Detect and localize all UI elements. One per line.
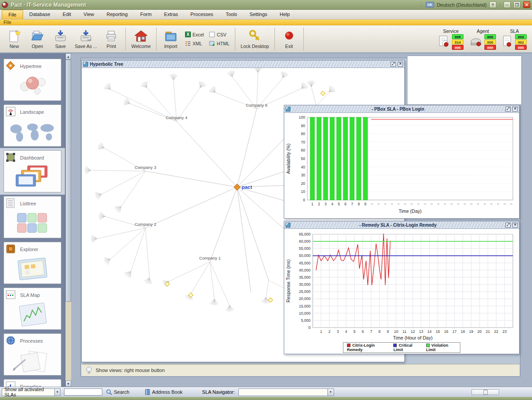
document-icon (484, 390, 488, 395)
menu-item-settings[interactable]: Settings (243, 10, 274, 19)
title-bar: Pact - IT-Service Management ⁚⁚ DE Deuts… (0, 0, 532, 10)
sla-navigator-dropdown[interactable]: ▼ (238, 388, 334, 396)
svg-text:50: 50 (301, 156, 306, 161)
save-as-button[interactable]: Save As ... (72, 28, 100, 50)
green-count-badge: 005 (452, 34, 463, 39)
sidebar-item-listtree[interactable]: Listtree (0, 196, 65, 238)
remedy-close-icon[interactable]: ✕ (512, 223, 518, 228)
menu-item-reporting[interactable]: Reporting (100, 10, 134, 19)
language-badge: DE (426, 2, 434, 8)
minimize-button[interactable]: ─ (504, 1, 511, 8)
new-button[interactable]: New (3, 28, 26, 50)
svg-text:5: 5 (353, 329, 355, 334)
pbox-close-icon[interactable]: ✕ (512, 107, 518, 112)
svg-text:18: 18 (461, 329, 465, 334)
search-input[interactable] (64, 388, 102, 396)
svg-text:9: 9 (364, 202, 367, 206)
exit-icon (283, 29, 295, 43)
svg-text:15: 15 (436, 329, 440, 334)
exit-button[interactable]: Exit (278, 28, 301, 50)
welcome-button[interactable]: Welcome (129, 28, 153, 50)
chevron-down-icon[interactable]: ▼ (327, 389, 334, 396)
xml-export[interactable]: XML (185, 40, 204, 46)
svg-text:0: 0 (303, 198, 305, 202)
processes-icon (6, 336, 16, 346)
menu-item-extras[interactable]: Extras (158, 10, 184, 19)
pbox-restore-icon[interactable]: ⤢ (505, 107, 511, 112)
slamap-icon (6, 290, 16, 300)
svg-text:10: 10 (301, 189, 306, 194)
menu-item-view[interactable]: View (77, 10, 101, 19)
open-folder-icon (30, 29, 44, 43)
close-button[interactable]: ✕ (523, 1, 530, 8)
excel-export[interactable]: X Excel (185, 32, 204, 37)
chart-legend: Citrix-Login RemedyCritical LimitViolati… (343, 342, 460, 353)
menu-item-edit[interactable]: Edit (56, 10, 77, 19)
svg-text:20: 20 (301, 181, 306, 186)
new-document-icon (8, 29, 20, 43)
sidebar-item-processes[interactable]: Processes (0, 333, 65, 376)
hypertree-restore-icon[interactable]: ⤢ (391, 62, 396, 67)
import-folder-icon (164, 29, 178, 43)
legend-item: Citrix-Login Remedy (347, 343, 388, 352)
svg-text:16: 16 (444, 329, 448, 334)
sidebar-item-landscape[interactable]: Landscape (0, 104, 65, 147)
svg-text:Availability (%): Availability (%) (286, 144, 291, 174)
tree-node-label[interactable]: Company 2 (135, 222, 157, 227)
tree-node-label[interactable]: Company 3 (135, 165, 157, 170)
menu-item-help[interactable]: Help (274, 10, 296, 19)
agent-counter[interactable]: Agent000000000 (470, 28, 496, 50)
sidebar-item-hypertree[interactable]: Hypertree (0, 59, 65, 101)
hypertree-window-title: Hyperbolic Tree (90, 62, 389, 67)
csv-export[interactable]: CSV (209, 32, 230, 37)
scrollbar-thumb[interactable] (65, 60, 71, 302)
hint-text: Show views: right mouse button (96, 368, 165, 373)
menu-item-processes[interactable]: Processes (184, 10, 219, 19)
sla-filter-dropdown[interactable]: Show all activated SLAs ▼ (2, 388, 60, 396)
save-icon (54, 29, 67, 43)
html-export[interactable]: HTML (209, 40, 230, 46)
svg-text:40: 40 (301, 165, 306, 169)
background-view-panel (407, 56, 522, 105)
svg-text:2: 2 (318, 202, 320, 206)
restore-button[interactable]: ❐ (513, 1, 520, 8)
save-button[interactable]: Save (49, 28, 72, 50)
scroll-up-icon[interactable]: ▲ (65, 53, 71, 60)
hypertree-close-icon[interactable]: ✕ (398, 62, 403, 67)
menu-item-tools[interactable]: Tools (219, 10, 243, 19)
dashboard-desktop: Show views: right mouse button Hyperboli… (71, 53, 532, 387)
lock-desktop-button[interactable]: Lock Desktop (238, 28, 272, 50)
import-button[interactable]: Import (159, 28, 182, 50)
ribbon-tab-label[interactable]: File (4, 20, 11, 25)
sidebar-item-dashboard[interactable]: Dashboard (0, 148, 65, 195)
xml-icon (185, 40, 191, 46)
search-button[interactable]: Search (106, 389, 129, 395)
open-button[interactable]: Open (26, 28, 49, 50)
language-indicator[interactable]: Deutsch (Deutschland) (437, 2, 487, 8)
save-as-icon (79, 29, 93, 43)
menu-item-form[interactable]: Form (134, 10, 158, 19)
light-bulb-icon (86, 366, 92, 374)
sidebar-item-explorer[interactable]: Explorer (0, 242, 65, 284)
sidebar-item-sla-map[interactable]: SLA Map (0, 288, 65, 330)
landscape-preview (8, 119, 57, 144)
pbox-chart-canvas: 0102030405060708090100123456789Time (Day… (284, 113, 519, 218)
help-button[interactable]: ? (489, 1, 496, 8)
tree-node-label[interactable]: Company 4 (166, 115, 188, 120)
sla-counter[interactable]: SLA003002000 (502, 28, 527, 50)
menu-item-database[interactable]: Database (23, 10, 56, 19)
sidebar-scrollbar[interactable]: ▲ ▼ (65, 53, 71, 387)
service-counter[interactable]: Service005014000 (438, 28, 463, 50)
sidebar-item-reporting[interactable]: Reporting (0, 379, 65, 387)
print-button[interactable]: Print (100, 28, 123, 50)
chevron-down-icon[interactable]: ▼ (54, 389, 60, 396)
menu-item-file[interactable]: File (2, 10, 23, 19)
tree-center-label[interactable]: pact (242, 184, 252, 190)
scroll-down-icon[interactable]: ▼ (65, 380, 71, 387)
remedy-window-title: - Remedy SLA - Citrix-Login Remedy (292, 223, 504, 228)
remedy-restore-icon[interactable]: ⤢ (505, 223, 511, 228)
tree-node-label[interactable]: Company 6 (246, 103, 268, 108)
svg-text:60,000: 60,000 (299, 239, 310, 244)
tree-node-label[interactable]: Company 1 (199, 256, 221, 260)
address-book-button[interactable]: Address Book (145, 389, 182, 395)
